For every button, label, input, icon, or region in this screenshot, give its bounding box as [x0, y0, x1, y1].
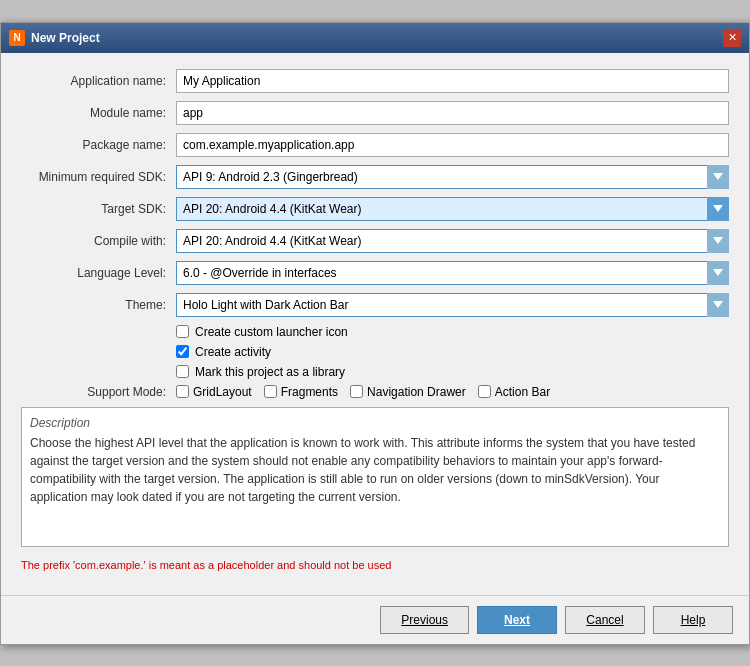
create-activity-label: Create activity [195, 345, 271, 359]
compile-with-select-wrapper: API 20: Android 4.4 (KitKat Wear) [176, 229, 729, 253]
create-activity-row: Create activity [176, 345, 729, 359]
compile-with-select[interactable]: API 20: Android 4.4 (KitKat Wear) [176, 229, 729, 253]
action-bar-label: Action Bar [495, 385, 550, 399]
min-sdk-row: Minimum required SDK: API 9: Android 2.3… [21, 165, 729, 189]
module-name-input[interactable] [176, 101, 729, 125]
target-sdk-row: Target SDK: API 20: Android 4.4 (KitKat … [21, 197, 729, 221]
create-launcher-row: Create custom launcher icon [176, 325, 729, 339]
min-sdk-select[interactable]: API 9: Android 2.3 (Gingerbread) [176, 165, 729, 189]
theme-select[interactable]: Holo Light with Dark Action Bar [176, 293, 729, 317]
fragments-label: Fragments [281, 385, 338, 399]
mark-library-row: Mark this project as a library [176, 365, 729, 379]
navigation-drawer-label: Navigation Drawer [367, 385, 466, 399]
checkboxes-section: Create custom launcher icon Create activ… [21, 325, 729, 379]
dialog-title: New Project [31, 31, 100, 45]
create-launcher-checkbox[interactable] [176, 325, 189, 338]
description-box: Description Choose the highest API level… [21, 407, 729, 547]
close-button[interactable]: ✕ [723, 29, 741, 47]
module-name-row: Module name: [21, 101, 729, 125]
form-content: Application name: Module name: Package n… [1, 53, 749, 595]
description-title: Description [30, 416, 720, 430]
create-activity-checkbox[interactable] [176, 345, 189, 358]
language-level-row: Language Level: 6.0 - @Override in inter… [21, 261, 729, 285]
title-bar: N New Project ✕ [1, 23, 749, 53]
navigation-drawer-checkbox[interactable] [350, 385, 363, 398]
next-button[interactable]: Next [477, 606, 557, 634]
new-project-dialog: N New Project ✕ Application name: Module… [0, 22, 750, 645]
app-name-label: Application name: [21, 74, 176, 88]
description-text: Choose the highest API level that the ap… [30, 434, 720, 506]
button-bar: Previous Next Cancel Help [1, 595, 749, 644]
compile-with-row: Compile with: API 20: Android 4.4 (KitKa… [21, 229, 729, 253]
action-bar-checkbox[interactable] [478, 385, 491, 398]
gridlayout-checkbox[interactable] [176, 385, 189, 398]
language-level-label: Language Level: [21, 266, 176, 280]
mark-library-checkbox[interactable] [176, 365, 189, 378]
create-launcher-label: Create custom launcher icon [195, 325, 348, 339]
fragments-checkbox[interactable] [264, 385, 277, 398]
app-name-input[interactable] [176, 69, 729, 93]
title-icon-text: N [13, 32, 20, 43]
theme-row: Theme: Holo Light with Dark Action Bar [21, 293, 729, 317]
previous-button[interactable]: Previous [380, 606, 469, 634]
target-sdk-select-wrapper: API 20: Android 4.4 (KitKat Wear) [176, 197, 729, 221]
target-sdk-select[interactable]: API 20: Android 4.4 (KitKat Wear) [176, 197, 729, 221]
help-button[interactable]: Help [653, 606, 733, 634]
module-name-label: Module name: [21, 106, 176, 120]
cancel-button[interactable]: Cancel [565, 606, 645, 634]
theme-label: Theme: [21, 298, 176, 312]
gridlayout-label: GridLayout [193, 385, 252, 399]
language-level-select-wrapper: 6.0 - @Override in interfaces [176, 261, 729, 285]
warning-text: The prefix 'com.example.' is meant as a … [21, 555, 729, 579]
support-fragments: Fragments [264, 385, 338, 399]
support-gridlayout: GridLayout [176, 385, 252, 399]
mark-library-label: Mark this project as a library [195, 365, 345, 379]
support-mode-row: Support Mode: GridLayout Fragments Navig… [21, 385, 729, 399]
support-checkboxes: GridLayout Fragments Navigation Drawer A… [176, 385, 550, 399]
support-action-bar: Action Bar [478, 385, 550, 399]
target-sdk-label: Target SDK: [21, 202, 176, 216]
support-nav-drawer: Navigation Drawer [350, 385, 466, 399]
min-sdk-select-wrapper: API 9: Android 2.3 (Gingerbread) [176, 165, 729, 189]
support-mode-label: Support Mode: [21, 385, 176, 399]
language-level-select[interactable]: 6.0 - @Override in interfaces [176, 261, 729, 285]
app-icon: N [9, 30, 25, 46]
package-name-input[interactable] [176, 133, 729, 157]
min-sdk-label: Minimum required SDK: [21, 170, 176, 184]
app-name-row: Application name: [21, 69, 729, 93]
compile-with-label: Compile with: [21, 234, 176, 248]
package-name-label: Package name: [21, 138, 176, 152]
package-name-row: Package name: [21, 133, 729, 157]
theme-select-wrapper: Holo Light with Dark Action Bar [176, 293, 729, 317]
